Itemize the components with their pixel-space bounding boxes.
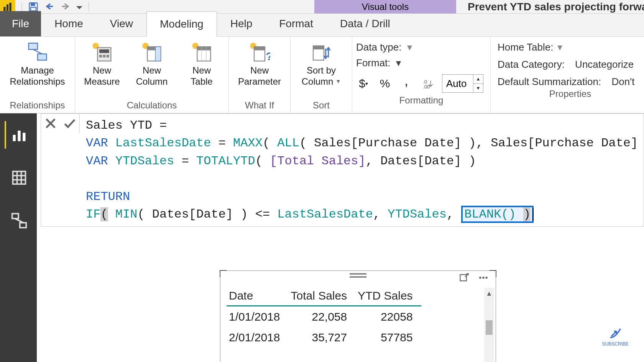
- focus-mode-icon[interactable]: [459, 272, 470, 283]
- ribbon-group-relationships: Manage Relationships Relationships: [0, 37, 75, 113]
- default-summarization-dropdown[interactable]: Default Summarization: Don't: [498, 76, 643, 88]
- svg-rect-18: [155, 47, 161, 61]
- svg-point-45: [482, 277, 485, 279]
- format-label: Format:: [356, 57, 391, 69]
- svg-rect-1: [7, 5, 8, 11]
- more-options-icon[interactable]: [478, 272, 489, 283]
- subscribe-badge[interactable]: SUBSCRIBE: [602, 325, 629, 347]
- new-measure-icon: [91, 41, 113, 63]
- svg-rect-29: [313, 46, 324, 49]
- document-title: Prevent YTD sales projecting forwa: [456, 0, 644, 13]
- svg-rect-32: [13, 135, 16, 141]
- svg-rect-12: [99, 55, 102, 57]
- svg-rect-4: [31, 3, 34, 5]
- currency-button[interactable]: $ ▾: [356, 77, 371, 90]
- percent-button[interactable]: %: [378, 77, 392, 90]
- visual-body: Date Total Sales YTD Sales 1/01/2018 22,…: [227, 286, 483, 362]
- ribbon-group-formatting: Data type: ▾ Format: ▾ $ ▾ % , .0.00 ▲▼ …: [352, 37, 491, 113]
- ribbon-group-label: Formatting: [356, 94, 486, 107]
- ribbon-group-calculations: New Measure New Column New Table Calcula…: [75, 37, 229, 113]
- ribbon-group-label: Relationships: [4, 99, 71, 112]
- svg-rect-43: [460, 275, 467, 281]
- relationships-icon: [27, 41, 48, 63]
- svg-rect-2: [9, 3, 11, 11]
- sort-by-column-button[interactable]: Sort by Column▼: [294, 39, 348, 87]
- ribbon: Manage Relationships Relationships New M…: [0, 37, 644, 113]
- formula-bar: Sales YTD = VAR LastSalesDate = MAXX( AL…: [41, 113, 644, 227]
- visual-header: [220, 271, 496, 285]
- svg-line-8: [33, 49, 42, 54]
- new-table-button[interactable]: New Table: [179, 39, 225, 87]
- ribbon-group-label: What If: [233, 99, 286, 112]
- svg-text:?: ?: [266, 50, 270, 62]
- canvas: Prev Date Total Sales: [37, 113, 644, 362]
- tab-format[interactable]: Format: [266, 11, 327, 36]
- tab-view[interactable]: View: [97, 11, 146, 36]
- svg-rect-21: [197, 47, 210, 50]
- svg-rect-6: [28, 43, 37, 49]
- svg-rect-11: [99, 49, 109, 53]
- table-row[interactable]: 2/01/2018 35,727 57785: [227, 327, 421, 348]
- ribbon-group-label: Sort: [294, 99, 348, 112]
- svg-text:.00: .00: [423, 84, 430, 90]
- col-ytd-sales[interactable]: YTD Sales: [355, 286, 421, 306]
- svg-rect-0: [3, 7, 5, 11]
- svg-rect-7: [38, 54, 46, 60]
- visual-scrollbar[interactable]: ▲: [484, 288, 494, 362]
- svg-rect-35: [13, 172, 26, 184]
- svg-rect-5: [31, 7, 36, 11]
- data-view-button[interactable]: [5, 164, 32, 192]
- ribbon-group-properties: Home Table:▾ Data Category: Uncategorize…: [491, 37, 644, 113]
- decimal-icon: .0.00: [421, 77, 435, 90]
- svg-rect-26: [254, 47, 265, 50]
- tab-home[interactable]: Home: [41, 11, 97, 36]
- decimal-places-input[interactable]: [442, 75, 473, 92]
- model-view-button[interactable]: [5, 207, 32, 234]
- new-column-icon: [141, 41, 163, 63]
- col-total-sales[interactable]: Total Sales: [288, 286, 355, 306]
- new-measure-button[interactable]: New Measure: [79, 39, 125, 87]
- ribbon-group-sort: Sort by Column▼ Sort: [291, 37, 352, 113]
- new-parameter-icon: ?: [249, 41, 270, 63]
- view-nav-rail: [0, 113, 37, 362]
- data-type-dropdown[interactable]: ▾: [407, 41, 412, 53]
- sort-icon: [310, 41, 332, 63]
- svg-rect-33: [18, 131, 20, 141]
- commit-formula-button[interactable]: [60, 114, 79, 133]
- col-date[interactable]: Date: [227, 286, 288, 306]
- svg-rect-41: [20, 223, 26, 228]
- formula-editor[interactable]: Sales YTD = VAR LastSalesDate = MAXX( AL…: [80, 114, 644, 226]
- ribbon-tabs: File Home View Modeling Help Format Data…: [0, 14, 644, 37]
- data-type-label: Data type:: [356, 41, 402, 53]
- workspace: Prev Date Total Sales: [0, 113, 644, 362]
- svg-point-46: [485, 277, 488, 279]
- svg-rect-14: [107, 55, 109, 57]
- table-visual[interactable]: Date Total Sales YTD Sales 1/01/2018 22,…: [220, 270, 496, 362]
- ribbon-group-whatif: ? New Parameter What If: [229, 37, 291, 113]
- tab-help[interactable]: Help: [217, 11, 266, 36]
- svg-rect-13: [103, 55, 105, 57]
- comma-button[interactable]: ,: [399, 73, 414, 94]
- visual-drag-handle[interactable]: [350, 273, 366, 278]
- new-column-button[interactable]: New Column: [129, 39, 175, 87]
- data-table: Date Total Sales YTD Sales 1/01/2018 22,…: [227, 286, 421, 348]
- home-table-dropdown[interactable]: Home Table:▾: [498, 41, 643, 53]
- new-parameter-button[interactable]: ? New Parameter: [233, 39, 286, 87]
- manage-relationships-button[interactable]: Manage Relationships: [4, 39, 71, 87]
- cancel-formula-button[interactable]: [41, 114, 60, 133]
- svg-rect-40: [12, 214, 18, 219]
- ribbon-group-label: Calculations: [79, 99, 225, 112]
- tab-modeling[interactable]: Modeling: [146, 11, 217, 37]
- tab-file[interactable]: File: [0, 11, 41, 36]
- decimal-places-spinner[interactable]: ▲▼: [442, 74, 483, 93]
- format-dropdown[interactable]: ▾: [396, 57, 401, 69]
- tab-data-drill[interactable]: Data / Drill: [327, 11, 404, 36]
- data-category-dropdown[interactable]: Data Category: Uncategorize: [498, 59, 643, 70]
- svg-point-44: [479, 277, 481, 279]
- table-row[interactable]: 1/01/2018 22,058 22058: [227, 306, 421, 328]
- svg-rect-34: [23, 133, 25, 141]
- report-view-button[interactable]: [5, 121, 32, 149]
- new-table-icon: [191, 41, 212, 63]
- ribbon-group-label: Properties: [495, 88, 644, 101]
